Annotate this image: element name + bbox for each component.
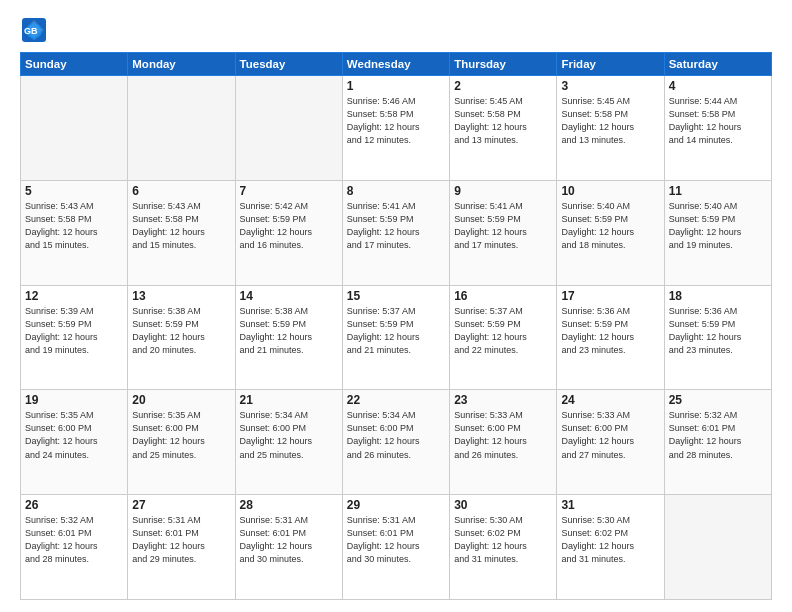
calendar-cell: 17Sunrise: 5:36 AM Sunset: 5:59 PM Dayli…: [557, 285, 664, 390]
day-number: 29: [347, 498, 445, 512]
day-number: 16: [454, 289, 552, 303]
calendar-cell: 2Sunrise: 5:45 AM Sunset: 5:58 PM Daylig…: [450, 76, 557, 181]
week-row-1: 5Sunrise: 5:43 AM Sunset: 5:58 PM Daylig…: [21, 180, 772, 285]
calendar-cell: 31Sunrise: 5:30 AM Sunset: 6:02 PM Dayli…: [557, 495, 664, 600]
day-info: Sunrise: 5:40 AM Sunset: 5:59 PM Dayligh…: [669, 200, 767, 252]
day-number: 2: [454, 79, 552, 93]
col-header-sunday: Sunday: [21, 53, 128, 76]
col-header-monday: Monday: [128, 53, 235, 76]
day-number: 4: [669, 79, 767, 93]
day-number: 8: [347, 184, 445, 198]
day-number: 6: [132, 184, 230, 198]
day-info: Sunrise: 5:40 AM Sunset: 5:59 PM Dayligh…: [561, 200, 659, 252]
day-info: Sunrise: 5:33 AM Sunset: 6:00 PM Dayligh…: [454, 409, 552, 461]
week-row-0: 1Sunrise: 5:46 AM Sunset: 5:58 PM Daylig…: [21, 76, 772, 181]
day-info: Sunrise: 5:41 AM Sunset: 5:59 PM Dayligh…: [454, 200, 552, 252]
col-header-wednesday: Wednesday: [342, 53, 449, 76]
calendar-cell: 21Sunrise: 5:34 AM Sunset: 6:00 PM Dayli…: [235, 390, 342, 495]
day-number: 28: [240, 498, 338, 512]
day-info: Sunrise: 5:34 AM Sunset: 6:00 PM Dayligh…: [347, 409, 445, 461]
page: GB SundayMondayTuesdayWednesdayThursdayF…: [0, 0, 792, 612]
day-info: Sunrise: 5:36 AM Sunset: 5:59 PM Dayligh…: [669, 305, 767, 357]
calendar-cell: 8Sunrise: 5:41 AM Sunset: 5:59 PM Daylig…: [342, 180, 449, 285]
col-header-saturday: Saturday: [664, 53, 771, 76]
calendar-cell: [128, 76, 235, 181]
day-info: Sunrise: 5:37 AM Sunset: 5:59 PM Dayligh…: [347, 305, 445, 357]
day-number: 31: [561, 498, 659, 512]
day-number: 14: [240, 289, 338, 303]
col-header-tuesday: Tuesday: [235, 53, 342, 76]
day-number: 27: [132, 498, 230, 512]
day-info: Sunrise: 5:42 AM Sunset: 5:59 PM Dayligh…: [240, 200, 338, 252]
week-row-4: 26Sunrise: 5:32 AM Sunset: 6:01 PM Dayli…: [21, 495, 772, 600]
day-info: Sunrise: 5:39 AM Sunset: 5:59 PM Dayligh…: [25, 305, 123, 357]
logo: GB: [20, 16, 52, 44]
col-header-thursday: Thursday: [450, 53, 557, 76]
day-number: 30: [454, 498, 552, 512]
week-row-3: 19Sunrise: 5:35 AM Sunset: 6:00 PM Dayli…: [21, 390, 772, 495]
calendar-cell: 3Sunrise: 5:45 AM Sunset: 5:58 PM Daylig…: [557, 76, 664, 181]
day-number: 10: [561, 184, 659, 198]
calendar-cell: 19Sunrise: 5:35 AM Sunset: 6:00 PM Dayli…: [21, 390, 128, 495]
day-info: Sunrise: 5:45 AM Sunset: 5:58 PM Dayligh…: [561, 95, 659, 147]
day-number: 11: [669, 184, 767, 198]
calendar-cell: 27Sunrise: 5:31 AM Sunset: 6:01 PM Dayli…: [128, 495, 235, 600]
day-number: 19: [25, 393, 123, 407]
col-header-friday: Friday: [557, 53, 664, 76]
day-number: 23: [454, 393, 552, 407]
day-info: Sunrise: 5:31 AM Sunset: 6:01 PM Dayligh…: [240, 514, 338, 566]
day-info: Sunrise: 5:30 AM Sunset: 6:02 PM Dayligh…: [454, 514, 552, 566]
day-info: Sunrise: 5:38 AM Sunset: 5:59 PM Dayligh…: [132, 305, 230, 357]
calendar-cell: [235, 76, 342, 181]
calendar-cell: 16Sunrise: 5:37 AM Sunset: 5:59 PM Dayli…: [450, 285, 557, 390]
day-info: Sunrise: 5:35 AM Sunset: 6:00 PM Dayligh…: [132, 409, 230, 461]
day-info: Sunrise: 5:38 AM Sunset: 5:59 PM Dayligh…: [240, 305, 338, 357]
calendar-cell: 20Sunrise: 5:35 AM Sunset: 6:00 PM Dayli…: [128, 390, 235, 495]
calendar-cell: 26Sunrise: 5:32 AM Sunset: 6:01 PM Dayli…: [21, 495, 128, 600]
day-number: 21: [240, 393, 338, 407]
day-info: Sunrise: 5:43 AM Sunset: 5:58 PM Dayligh…: [132, 200, 230, 252]
day-number: 22: [347, 393, 445, 407]
calendar-table: SundayMondayTuesdayWednesdayThursdayFrid…: [20, 52, 772, 600]
day-info: Sunrise: 5:44 AM Sunset: 5:58 PM Dayligh…: [669, 95, 767, 147]
calendar-cell: 24Sunrise: 5:33 AM Sunset: 6:00 PM Dayli…: [557, 390, 664, 495]
calendar-cell: 13Sunrise: 5:38 AM Sunset: 5:59 PM Dayli…: [128, 285, 235, 390]
day-info: Sunrise: 5:36 AM Sunset: 5:59 PM Dayligh…: [561, 305, 659, 357]
logo-icon: GB: [20, 16, 48, 44]
calendar-cell: 12Sunrise: 5:39 AM Sunset: 5:59 PM Dayli…: [21, 285, 128, 390]
day-number: 18: [669, 289, 767, 303]
calendar-cell: 5Sunrise: 5:43 AM Sunset: 5:58 PM Daylig…: [21, 180, 128, 285]
day-info: Sunrise: 5:45 AM Sunset: 5:58 PM Dayligh…: [454, 95, 552, 147]
calendar-cell: 25Sunrise: 5:32 AM Sunset: 6:01 PM Dayli…: [664, 390, 771, 495]
day-number: 12: [25, 289, 123, 303]
calendar-cell: 4Sunrise: 5:44 AM Sunset: 5:58 PM Daylig…: [664, 76, 771, 181]
calendar-cell: 1Sunrise: 5:46 AM Sunset: 5:58 PM Daylig…: [342, 76, 449, 181]
day-number: 13: [132, 289, 230, 303]
calendar-cell: 23Sunrise: 5:33 AM Sunset: 6:00 PM Dayli…: [450, 390, 557, 495]
day-info: Sunrise: 5:34 AM Sunset: 6:00 PM Dayligh…: [240, 409, 338, 461]
day-number: 5: [25, 184, 123, 198]
calendar-cell: 6Sunrise: 5:43 AM Sunset: 5:58 PM Daylig…: [128, 180, 235, 285]
day-number: 1: [347, 79, 445, 93]
calendar-cell: 15Sunrise: 5:37 AM Sunset: 5:59 PM Dayli…: [342, 285, 449, 390]
calendar-cell: 10Sunrise: 5:40 AM Sunset: 5:59 PM Dayli…: [557, 180, 664, 285]
day-info: Sunrise: 5:31 AM Sunset: 6:01 PM Dayligh…: [347, 514, 445, 566]
header: GB: [20, 16, 772, 44]
calendar-cell: 22Sunrise: 5:34 AM Sunset: 6:00 PM Dayli…: [342, 390, 449, 495]
day-info: Sunrise: 5:32 AM Sunset: 6:01 PM Dayligh…: [25, 514, 123, 566]
day-number: 26: [25, 498, 123, 512]
day-number: 7: [240, 184, 338, 198]
calendar-header-row: SundayMondayTuesdayWednesdayThursdayFrid…: [21, 53, 772, 76]
day-number: 15: [347, 289, 445, 303]
svg-text:GB: GB: [24, 26, 38, 36]
calendar-cell: 14Sunrise: 5:38 AM Sunset: 5:59 PM Dayli…: [235, 285, 342, 390]
day-info: Sunrise: 5:35 AM Sunset: 6:00 PM Dayligh…: [25, 409, 123, 461]
day-info: Sunrise: 5:43 AM Sunset: 5:58 PM Dayligh…: [25, 200, 123, 252]
calendar-cell: 9Sunrise: 5:41 AM Sunset: 5:59 PM Daylig…: [450, 180, 557, 285]
calendar-cell: 7Sunrise: 5:42 AM Sunset: 5:59 PM Daylig…: [235, 180, 342, 285]
calendar-cell: [21, 76, 128, 181]
day-number: 3: [561, 79, 659, 93]
calendar-cell: 11Sunrise: 5:40 AM Sunset: 5:59 PM Dayli…: [664, 180, 771, 285]
day-info: Sunrise: 5:31 AM Sunset: 6:01 PM Dayligh…: [132, 514, 230, 566]
day-info: Sunrise: 5:33 AM Sunset: 6:00 PM Dayligh…: [561, 409, 659, 461]
